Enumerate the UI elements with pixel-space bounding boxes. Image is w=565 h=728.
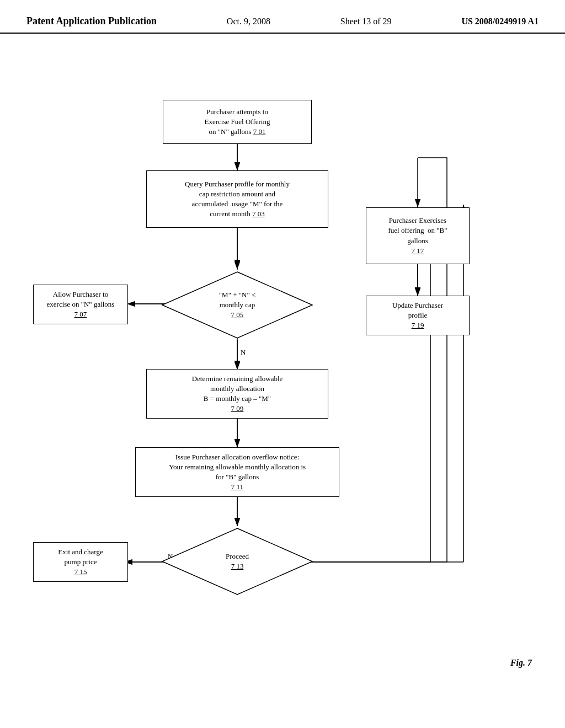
box-703: Query Purchaser profile for monthlycap r… xyxy=(146,170,328,228)
publication-date: Oct. 9, 2008 xyxy=(227,17,270,26)
box-711: Issue Purchaser allocation overflow noti… xyxy=(135,447,339,497)
box-717: Purchaser Exercisesfuel offering on "B"g… xyxy=(366,207,470,264)
svg-text:N: N xyxy=(241,348,246,356)
patent-number: US 2008/0249919 A1 xyxy=(461,17,539,26)
flowchart: Y N N Y xyxy=(0,34,565,712)
box-719: Update Purchaserprofile7 19 xyxy=(366,296,470,335)
publication-title: Patent Application Publication xyxy=(26,15,157,27)
diamond-713: Proceed7 13 xyxy=(160,526,315,597)
box-709: Determine remaining allowablemonthly all… xyxy=(146,369,328,419)
box-701: Purchaser attempts toExercise Fuel Offer… xyxy=(163,100,312,144)
figure-label: Fig. 7 xyxy=(510,658,532,668)
page-header: Patent Application Publication Oct. 9, 2… xyxy=(0,0,565,34)
box-707: Allow Purchaser toexercise on "N" gallon… xyxy=(33,285,128,324)
diamond-705: "M" + "N" ≤monthly cap7 05 xyxy=(160,270,315,340)
sheet-info: Sheet 13 of 29 xyxy=(340,17,392,26)
box-715: Exit and chargepump price7 15 xyxy=(33,542,128,582)
